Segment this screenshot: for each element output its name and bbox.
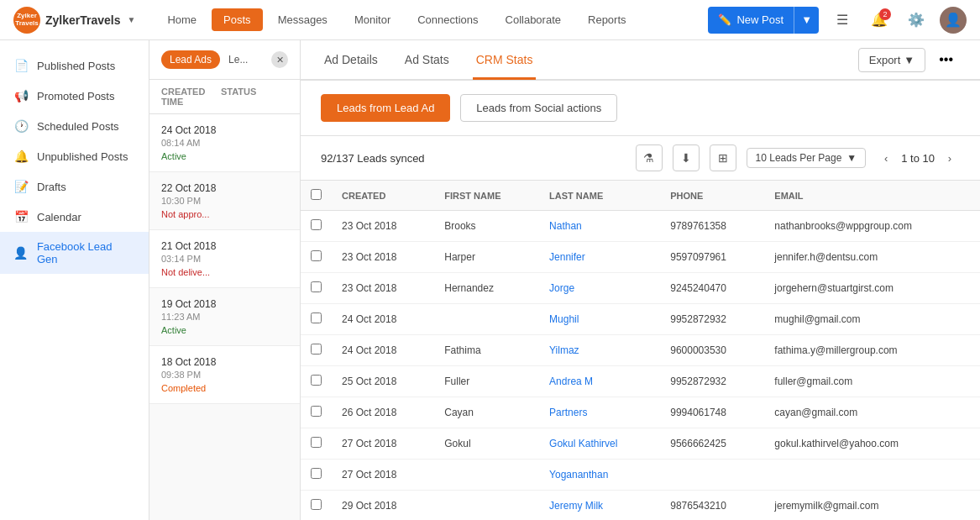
last-name-link[interactable]: Yilmaz <box>549 344 579 356</box>
last-name-link[interactable]: Gokul Kathirvel <box>549 438 617 449</box>
prev-page-button[interactable]: ‹ <box>876 148 896 168</box>
last-name-link[interactable]: Partners <box>549 407 587 418</box>
leads-from-lead-ad-button[interactable]: Leads from Lead Ad <box>321 94 450 122</box>
nav-reports[interactable]: Reports <box>576 8 638 31</box>
cell-last-name[interactable]: Yogananthan <box>539 460 660 491</box>
table-row: 29 Oct 2018 Jeremy Milk 9876543210 jerem… <box>301 491 980 521</box>
post-date: 21 Oct 2018 <box>161 240 288 252</box>
nav-collaborate[interactable]: Collaborate <box>494 8 574 31</box>
download-icon[interactable]: ⬇ <box>673 144 700 171</box>
tab-ad-stats[interactable]: Ad Stats <box>401 41 453 80</box>
cell-last-name[interactable]: Mughil <box>539 304 660 335</box>
tab-crm-stats[interactable]: CRM Stats <box>473 41 537 80</box>
row-checkbox-9[interactable] <box>311 499 322 510</box>
cell-last-name[interactable]: Nathan <box>539 211 660 242</box>
cell-phone: 9952872932 <box>660 366 764 397</box>
row-checkbox-7[interactable] <box>311 437 322 448</box>
menu-icon[interactable]: ☰ <box>829 7 856 34</box>
export-button[interactable]: Export ▼ <box>858 48 925 72</box>
post-time: 10:30 PM <box>161 196 288 206</box>
nav-connections[interactable]: Connections <box>406 8 490 31</box>
more-options-button[interactable]: ••• <box>932 49 960 71</box>
cell-email: jeremymilk@gmail.com <box>764 491 980 521</box>
last-name-link[interactable]: Jeremy Milk <box>549 500 603 512</box>
sidebar-label-scheduled: Scheduled Posts <box>37 120 119 133</box>
new-post-button[interactable]: ✏️ New Post ▼ <box>708 7 819 34</box>
tab-ad-details[interactable]: Ad Details <box>321 41 381 80</box>
post-time: 03:14 PM <box>161 254 288 264</box>
cell-first-name: Hernandez <box>434 273 539 304</box>
nav-messages[interactable]: Messages <box>266 8 339 31</box>
leads-from-social-actions-button[interactable]: Leads from Social actions <box>460 94 617 122</box>
next-page-button[interactable]: › <box>940 148 960 168</box>
notifications-icon[interactable]: 🔔 2 <box>866 7 893 34</box>
select-all-checkbox[interactable] <box>311 189 322 200</box>
tab-lead-ads[interactable]: Lead Ads <box>161 50 220 69</box>
table-row: 26 Oct 2018 Cayan Partners 9994061748 ca… <box>301 397 980 428</box>
row-checkbox-4[interactable] <box>311 344 322 355</box>
logo-area[interactable]: ZyikerTravels ZylkerTravels ▼ <box>13 7 135 34</box>
cell-created: 25 Oct 2018 <box>332 366 434 397</box>
row-checkbox-5[interactable] <box>311 375 322 386</box>
promoted-posts-icon: 📢 <box>13 89 29 102</box>
cell-last-name[interactable]: Jeremy Milk <box>539 491 660 521</box>
post-status: Not appro... <box>161 209 288 219</box>
post-item[interactable]: 22 Oct 2018 10:30 PM Not appro... <box>149 172 300 230</box>
nav-monitor[interactable]: Monitor <box>343 8 402 31</box>
nav-posts[interactable]: Posts <box>212 8 263 31</box>
new-post-arrow-icon[interactable]: ▼ <box>794 7 819 34</box>
row-checkbox-3[interactable] <box>311 313 322 323</box>
cell-email: nathanbrooks@wppgroup.com <box>764 211 980 242</box>
row-checkbox-1[interactable] <box>311 250 322 261</box>
last-name-link[interactable]: Nathan <box>549 220 582 232</box>
logo-icon: ZyikerTravels <box>13 7 40 34</box>
cell-created: 23 Oct 2018 <box>332 242 434 273</box>
close-button[interactable]: ✕ <box>271 51 288 68</box>
center-panel-header: Lead Ads Le... ✕ <box>149 40 300 80</box>
last-name-link[interactable]: Jorge <box>549 282 574 294</box>
last-name-link[interactable]: Yogananthan <box>549 469 608 481</box>
sidebar-item-scheduled-posts[interactable]: 🕐 Scheduled Posts <box>0 111 149 141</box>
post-date: 19 Oct 2018 <box>161 298 288 310</box>
cell-phone: 9597097961 <box>660 242 764 273</box>
last-name-link[interactable]: Jennifer <box>549 251 585 263</box>
sidebar-item-promoted-posts[interactable]: 📢 Promoted Posts <box>0 81 149 111</box>
nav-home[interactable]: Home <box>155 8 208 31</box>
sidebar-item-facebook-lead-gen[interactable]: 👤 Facebook Lead Gen <box>0 232 149 274</box>
cell-last-name[interactable]: Jennifer <box>539 242 660 273</box>
filter-icon[interactable]: ⚗ <box>636 144 663 171</box>
table-row: 25 Oct 2018 Fuller Andrea M 9952872932 f… <box>301 366 980 397</box>
cell-email <box>764 460 980 491</box>
cell-last-name[interactable]: Andrea M <box>539 366 660 397</box>
right-content: Ad Details Ad Stats CRM Stats Export ▼ •… <box>301 40 980 520</box>
row-checkbox-6[interactable] <box>311 406 322 417</box>
row-checkbox-8[interactable] <box>311 468 322 479</box>
cell-created: 23 Oct 2018 <box>332 273 434 304</box>
last-name-link[interactable]: Mughil <box>549 313 579 325</box>
cell-last-name[interactable]: Gokul Kathirvel <box>539 428 660 460</box>
leads-table: CREATED FIRST NAME LAST NAME PHONE EMAIL… <box>301 181 980 520</box>
cell-email: cayan@gmail.com <box>764 397 980 428</box>
post-item[interactable]: 19 Oct 2018 11:23 AM Active <box>149 288 300 346</box>
settings-icon[interactable]: ⚙️ <box>903 7 930 34</box>
grid-view-icon[interactable]: ⊞ <box>710 144 736 171</box>
last-name-link[interactable]: Andrea M <box>549 376 593 387</box>
sidebar-item-drafts[interactable]: 📝 Drafts <box>0 171 149 202</box>
row-checkbox-0[interactable] <box>311 219 322 230</box>
sidebar-item-published-posts[interactable]: 📄 Published Posts <box>0 50 149 81</box>
row-checkbox-2[interactable] <box>311 281 322 292</box>
sidebar-item-calendar[interactable]: 📅 Calendar <box>0 202 149 232</box>
cell-last-name[interactable]: Yilmaz <box>539 335 660 366</box>
post-item[interactable]: 18 Oct 2018 09:38 PM Completed <box>149 346 300 404</box>
avatar[interactable]: 👤 <box>940 7 967 34</box>
tab-le[interactable]: Le... <box>220 50 256 69</box>
leads-tbody: 23 Oct 2018 Brooks Nathan 9789761358 nat… <box>301 211 980 521</box>
post-item[interactable]: 24 Oct 2018 08:14 AM Active <box>149 114 300 172</box>
cell-last-name[interactable]: Partners <box>539 397 660 428</box>
per-page-select[interactable]: 10 Leads Per Page ▼ <box>747 148 867 168</box>
cell-last-name[interactable]: Jorge <box>539 273 660 304</box>
sidebar-item-unpublished-posts[interactable]: 🔔 Unpublished Posts <box>0 141 149 171</box>
pagination: ‹ 1 to 10 › <box>876 148 960 168</box>
cell-phone: 9994061748 <box>660 397 764 428</box>
post-item[interactable]: 21 Oct 2018 03:14 PM Not delive... <box>149 230 300 288</box>
